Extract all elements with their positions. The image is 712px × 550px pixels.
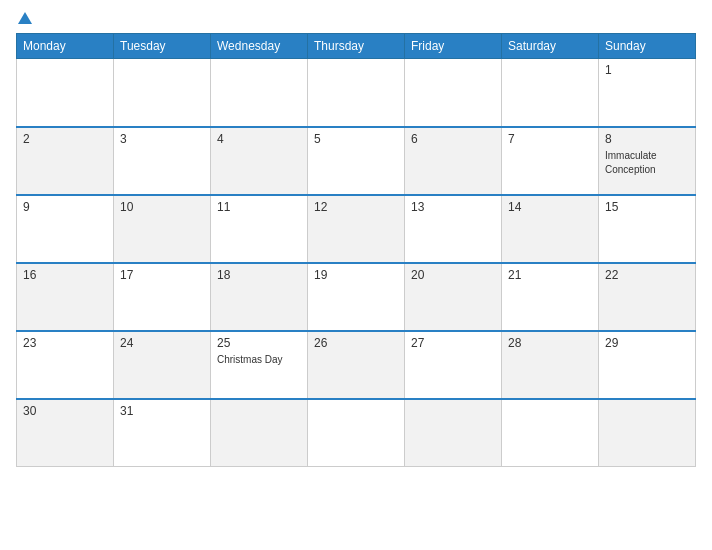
calendar-cell: 28 <box>502 331 599 399</box>
calendar-cell: 11 <box>211 195 308 263</box>
day-number: 24 <box>120 336 204 350</box>
calendar-cell <box>17 59 114 127</box>
day-number: 9 <box>23 200 107 214</box>
calendar-cell: 15 <box>599 195 696 263</box>
calendar-cell: 20 <box>405 263 502 331</box>
calendar-table: MondayTuesdayWednesdayThursdayFridaySatu… <box>16 33 696 467</box>
day-number: 19 <box>314 268 398 282</box>
weekday-header-sunday: Sunday <box>599 34 696 59</box>
calendar-cell: 2 <box>17 127 114 195</box>
logo <box>16 12 32 25</box>
weekday-header-thursday: Thursday <box>308 34 405 59</box>
day-number: 18 <box>217 268 301 282</box>
day-number: 11 <box>217 200 301 214</box>
calendar-week-row: 1 <box>17 59 696 127</box>
calendar-cell: 30 <box>17 399 114 467</box>
day-number: 15 <box>605 200 689 214</box>
calendar-cell <box>405 399 502 467</box>
day-number: 25 <box>217 336 301 350</box>
weekday-header-saturday: Saturday <box>502 34 599 59</box>
calendar-cell: 14 <box>502 195 599 263</box>
calendar-cell <box>211 59 308 127</box>
calendar-page: MondayTuesdayWednesdayThursdayFridaySatu… <box>0 0 712 550</box>
calendar-cell: 12 <box>308 195 405 263</box>
weekday-header-wednesday: Wednesday <box>211 34 308 59</box>
calendar-cell: 1 <box>599 59 696 127</box>
day-event: Christmas Day <box>217 354 283 365</box>
day-number: 1 <box>605 63 689 77</box>
calendar-cell: 25Christmas Day <box>211 331 308 399</box>
calendar-cell: 29 <box>599 331 696 399</box>
day-number: 20 <box>411 268 495 282</box>
day-number: 17 <box>120 268 204 282</box>
weekday-header-friday: Friday <box>405 34 502 59</box>
calendar-cell: 8Immaculate Conception <box>599 127 696 195</box>
calendar-cell: 27 <box>405 331 502 399</box>
calendar-cell: 23 <box>17 331 114 399</box>
day-number: 5 <box>314 132 398 146</box>
calendar-week-row: 9101112131415 <box>17 195 696 263</box>
day-number: 12 <box>314 200 398 214</box>
calendar-cell <box>599 399 696 467</box>
calendar-week-row: 16171819202122 <box>17 263 696 331</box>
day-number: 3 <box>120 132 204 146</box>
calendar-cell: 4 <box>211 127 308 195</box>
calendar-cell <box>405 59 502 127</box>
calendar-cell: 5 <box>308 127 405 195</box>
calendar-cell: 6 <box>405 127 502 195</box>
day-number: 23 <box>23 336 107 350</box>
weekday-header-monday: Monday <box>17 34 114 59</box>
weekday-header-tuesday: Tuesday <box>114 34 211 59</box>
calendar-cell: 9 <box>17 195 114 263</box>
calendar-cell <box>114 59 211 127</box>
calendar-cell <box>308 59 405 127</box>
calendar-cell: 10 <box>114 195 211 263</box>
calendar-week-row: 2345678Immaculate Conception <box>17 127 696 195</box>
day-number: 14 <box>508 200 592 214</box>
day-number: 7 <box>508 132 592 146</box>
day-number: 22 <box>605 268 689 282</box>
day-event: Immaculate Conception <box>605 150 657 175</box>
calendar-cell: 7 <box>502 127 599 195</box>
day-number: 21 <box>508 268 592 282</box>
calendar-cell: 21 <box>502 263 599 331</box>
calendar-cell <box>502 59 599 127</box>
day-number: 29 <box>605 336 689 350</box>
logo-triangle-icon <box>18 12 32 24</box>
day-number: 8 <box>605 132 689 146</box>
day-number: 10 <box>120 200 204 214</box>
day-number: 4 <box>217 132 301 146</box>
calendar-cell: 3 <box>114 127 211 195</box>
day-number: 26 <box>314 336 398 350</box>
calendar-cell: 13 <box>405 195 502 263</box>
day-number: 13 <box>411 200 495 214</box>
calendar-cell: 16 <box>17 263 114 331</box>
calendar-cell <box>502 399 599 467</box>
calendar-header <box>16 12 696 25</box>
calendar-cell <box>211 399 308 467</box>
calendar-cell: 31 <box>114 399 211 467</box>
day-number: 31 <box>120 404 204 418</box>
day-number: 16 <box>23 268 107 282</box>
weekday-row: MondayTuesdayWednesdayThursdayFridaySatu… <box>17 34 696 59</box>
day-number: 30 <box>23 404 107 418</box>
calendar-cell: 24 <box>114 331 211 399</box>
calendar-cell: 18 <box>211 263 308 331</box>
calendar-body: 12345678Immaculate Conception91011121314… <box>17 59 696 467</box>
calendar-cell: 22 <box>599 263 696 331</box>
day-number: 2 <box>23 132 107 146</box>
calendar-cell: 17 <box>114 263 211 331</box>
day-number: 6 <box>411 132 495 146</box>
calendar-week-row: 3031 <box>17 399 696 467</box>
calendar-cell: 26 <box>308 331 405 399</box>
day-number: 28 <box>508 336 592 350</box>
day-number: 27 <box>411 336 495 350</box>
calendar-week-row: 232425Christmas Day26272829 <box>17 331 696 399</box>
calendar-cell <box>308 399 405 467</box>
calendar-cell: 19 <box>308 263 405 331</box>
calendar-header-row: MondayTuesdayWednesdayThursdayFridaySatu… <box>17 34 696 59</box>
